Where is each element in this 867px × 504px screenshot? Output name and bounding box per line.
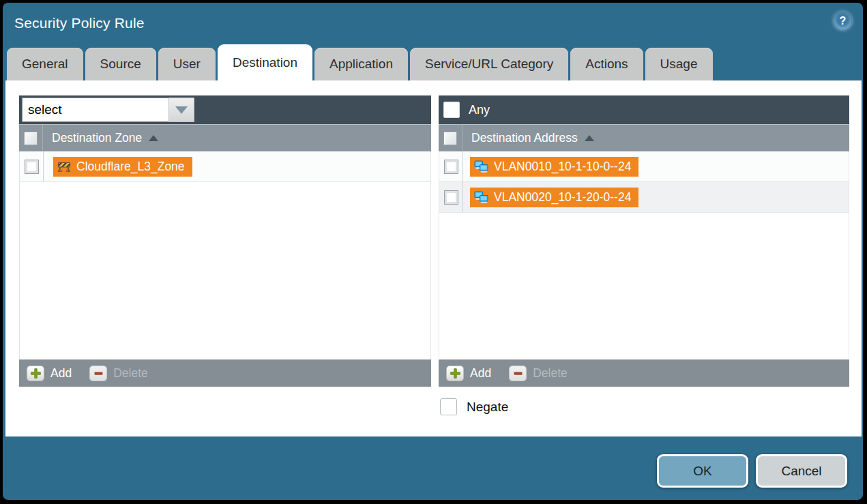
address-list: VLAN0010_10-1-10-0--24	[439, 151, 849, 359]
add-icon	[446, 366, 464, 381]
zone-add-button[interactable]: Add	[27, 366, 72, 381]
negate-row: Negate	[440, 398, 508, 415]
address-select-all-checkbox[interactable]	[443, 132, 457, 145]
add-icon	[27, 366, 44, 381]
zone-select-all-checkbox[interactable]	[24, 132, 38, 145]
tab-source[interactable]: Source	[85, 48, 156, 80]
zone-list: Cloudflare_L3_Zone	[19, 151, 431, 359]
zone-item-label: Cloudflare_L3_Zone	[76, 160, 185, 174]
negate-checkbox[interactable]	[440, 398, 457, 415]
negate-label[interactable]: Negate	[467, 400, 508, 415]
tab-general[interactable]: General	[7, 48, 83, 80]
address-row: VLAN0020_10-1-20-0--24	[439, 182, 849, 213]
security-policy-rule-dialog: Security Policy Rule ? General Source Us…	[3, 3, 863, 500]
zone-select-dropdown-button[interactable]	[168, 98, 194, 122]
tab-application[interactable]: Application	[314, 48, 408, 80]
address-add-button[interactable]: Add	[446, 366, 491, 381]
zone-icon	[57, 161, 71, 173]
address-delete-label: Delete	[533, 366, 568, 381]
zone-add-label: Add	[50, 366, 72, 381]
ok-button[interactable]: OK	[657, 454, 748, 488]
address-row: VLAN0010_10-1-10-0--24	[439, 151, 849, 182]
address-item-label: VLAN0010_10-1-10-0--24	[494, 160, 631, 174]
tab-service-url-category[interactable]: Service/URL Category	[410, 48, 568, 80]
address-delete-button[interactable]: Delete	[509, 366, 568, 381]
delete-icon	[89, 366, 107, 381]
chevron-down-icon	[175, 106, 188, 114]
tab-bar: General Source User Destination Applicat…	[7, 44, 713, 80]
any-label[interactable]: Any	[469, 103, 490, 117]
tab-destination[interactable]: Destination	[218, 44, 312, 80]
zone-row-checkbox-cell	[20, 151, 44, 181]
tab-user[interactable]: User	[158, 48, 216, 80]
address-row-checkbox-cell	[439, 151, 463, 181]
help-icon[interactable]: ?	[834, 12, 852, 30]
address-item-label: VLAN0020_10-1-20-0--24	[494, 190, 631, 205]
address-row-checkbox[interactable]	[444, 190, 458, 205]
zone-footer: Add Delete	[19, 359, 431, 387]
address-header-checkbox-cell	[439, 125, 462, 151]
zone-column-header: Destination Zone	[19, 124, 431, 151]
zone-row-checkbox[interactable]	[25, 160, 39, 174]
destination-zone-panel: Destination Zone	[19, 95, 431, 387]
zone-toolbar	[19, 95, 431, 124]
delete-icon	[509, 366, 527, 381]
zone-item[interactable]: Cloudflare_L3_Zone	[53, 157, 192, 177]
network-icon	[474, 160, 488, 173]
zone-select-input[interactable]	[22, 98, 168, 122]
address-item[interactable]: VLAN0010_10-1-10-0--24	[470, 157, 638, 177]
zone-column-label[interactable]: Destination Zone	[52, 131, 142, 145]
zone-delete-label: Delete	[113, 366, 148, 381]
zone-row: Cloudflare_L3_Zone	[20, 151, 430, 182]
address-add-label: Add	[470, 366, 491, 381]
address-column-header: Destination Address	[439, 124, 849, 151]
destination-address-panel: Any Destination Address	[439, 95, 849, 387]
tab-usage[interactable]: Usage	[645, 48, 713, 80]
destination-tab-content: Destination Zone	[5, 80, 862, 436]
any-checkbox[interactable]	[443, 102, 460, 118]
tab-actions[interactable]: Actions	[570, 48, 643, 80]
sort-ascending-icon[interactable]	[585, 135, 594, 141]
address-row-checkbox[interactable]	[444, 160, 458, 174]
dialog-title: Security Policy Rule	[14, 15, 145, 31]
cancel-button[interactable]: Cancel	[756, 454, 847, 488]
address-toolbar: Any	[439, 95, 849, 124]
address-row-checkbox-cell	[439, 182, 463, 212]
zone-header-checkbox-cell	[19, 125, 43, 151]
address-column-label[interactable]: Destination Address	[471, 131, 578, 145]
zone-select-combo	[22, 98, 194, 122]
network-icon	[474, 191, 488, 203]
zone-delete-button[interactable]: Delete	[89, 366, 148, 381]
any-wrap: Any	[441, 102, 490, 118]
sort-ascending-icon[interactable]	[149, 135, 158, 141]
address-item[interactable]: VLAN0020_10-1-20-0--24	[470, 188, 638, 207]
address-footer: Add Delete	[439, 359, 849, 387]
